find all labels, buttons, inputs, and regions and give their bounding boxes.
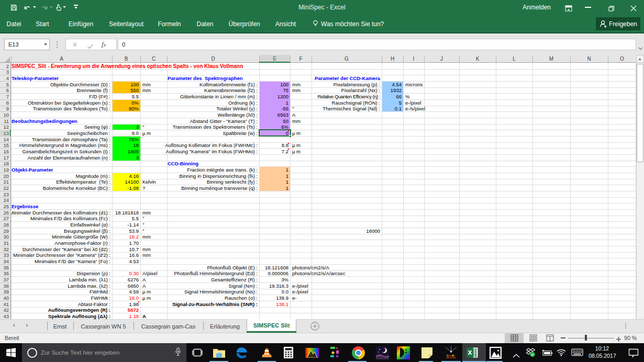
svg-text:S: S (447, 354, 449, 357)
